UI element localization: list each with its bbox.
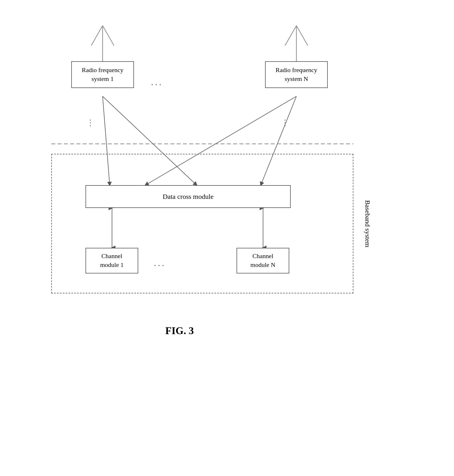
data-cross-module-label: Data cross module xyxy=(163,193,214,201)
rf-system-1-box: Radio frequencysystem 1 xyxy=(71,61,134,88)
channel-module-n-label: Channelmodule N xyxy=(251,252,275,268)
rf-dots-text: ... xyxy=(151,77,163,87)
svg-line-6 xyxy=(285,26,296,46)
figure-label: FIG. 3 xyxy=(165,325,194,337)
baseband-label: Baseband system xyxy=(356,154,379,293)
channel-module-1-box: Channelmodule 1 xyxy=(85,248,138,273)
rf-system-n-box: Radio frequencysystem N xyxy=(265,61,328,88)
channel-dots-separator: ... xyxy=(154,258,166,268)
svg-line-4 xyxy=(103,26,114,46)
figure-label-text: FIG. 3 xyxy=(165,325,194,336)
svg-line-7 xyxy=(296,26,308,46)
rf-dots-separator: ... xyxy=(151,77,163,87)
svg-text:⋮: ⋮ xyxy=(86,118,94,127)
svg-text:⋮: ⋮ xyxy=(281,118,289,127)
data-cross-module-box: Data cross module xyxy=(85,185,291,208)
channel-dots-text: ... xyxy=(154,258,166,268)
rf-system-1-label: Radio frequencysystem 1 xyxy=(82,66,123,82)
channel-module-n-box: Channelmodule N xyxy=(237,248,289,273)
rf-system-n-label: Radio frequencysystem N xyxy=(276,66,317,82)
svg-line-3 xyxy=(91,26,103,46)
channel-module-1-label: Channelmodule 1 xyxy=(100,252,124,268)
baseband-label-text: Baseband system xyxy=(364,200,372,247)
